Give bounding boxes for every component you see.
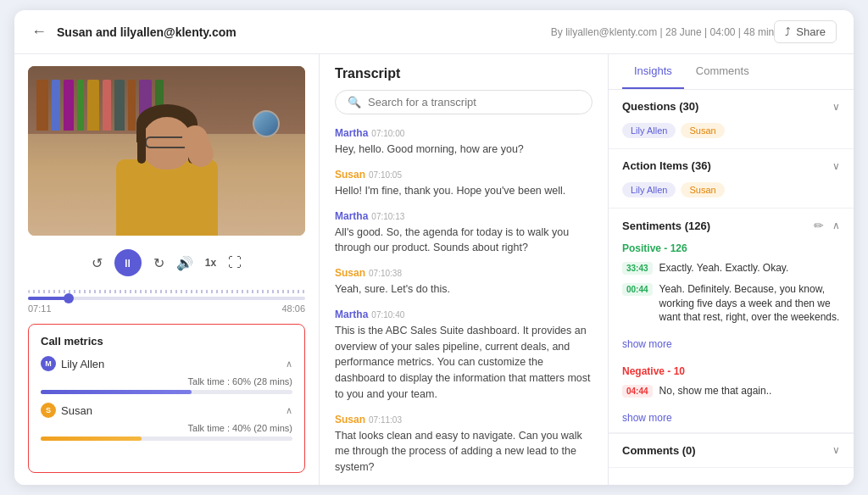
action-tag-susan[interactable]: Susan bbox=[681, 182, 724, 197]
questions-tag-susan[interactable]: Susan bbox=[681, 123, 724, 138]
metric-person-lily: M Lily Allen ∧ Talk time : 60% (28 mins) bbox=[41, 356, 292, 394]
pause-icon: ⏸ bbox=[122, 257, 133, 270]
action-items-title: Action Items (36) bbox=[622, 159, 711, 172]
call-metrics-title: Call metrics bbox=[41, 335, 292, 348]
msg-speaker: Martha bbox=[335, 210, 368, 222]
transcript-message: Martha07:10:40This is the ABC Sales Suit… bbox=[335, 306, 593, 403]
transcript-message: Martha07:10:00Hey, hello. Good morning, … bbox=[335, 125, 593, 158]
page-title: Susan and lilyallen@klenty.com bbox=[57, 25, 542, 39]
back-button[interactable]: ← bbox=[31, 23, 47, 41]
msg-text: That looks clean and easy to navigate. C… bbox=[335, 428, 593, 474]
comments-title: Comments (0) bbox=[622, 444, 696, 457]
msg-time: 07:11:03 bbox=[369, 415, 402, 425]
progress-area: 07:11 48:06 bbox=[28, 290, 305, 314]
search-input[interactable] bbox=[368, 96, 580, 108]
questions-tags: Lily Allen Susan bbox=[609, 123, 854, 148]
transcript-message: Susan07:11:03That looks clean and easy t… bbox=[335, 411, 593, 474]
share-label: Share bbox=[796, 25, 826, 38]
positive-group: Positive - 126 33:43 Exactly. Yeah. Exac… bbox=[609, 242, 854, 338]
comments-header[interactable]: Comments (0) ∨ bbox=[609, 433, 854, 467]
comments-section: Comments (0) ∨ bbox=[609, 433, 854, 468]
msg-text: This is the ABC Sales Suite dashboard. I… bbox=[335, 323, 593, 403]
action-items-chevron: ∨ bbox=[832, 160, 840, 172]
metric-talktime-lily: Talk time : 60% (28 mins) bbox=[41, 376, 292, 387]
video-player[interactable] bbox=[28, 66, 305, 236]
sentiment-time-2: 00:44 bbox=[622, 283, 653, 296]
msg-time: 07:10:13 bbox=[371, 212, 404, 221]
rewind-button[interactable]: ↺ bbox=[92, 255, 103, 271]
total-time: 48:06 bbox=[281, 303, 305, 314]
fullscreen-button[interactable]: ⛶ bbox=[228, 255, 242, 270]
header: ← Susan and lilyallen@klenty.com By lily… bbox=[14, 10, 854, 54]
questions-header[interactable]: Questions (30) ∨ bbox=[609, 90, 854, 123]
positive-label: Positive - 126 bbox=[622, 242, 840, 254]
search-icon: 🔍 bbox=[348, 96, 361, 108]
msg-time: 07:10:00 bbox=[371, 129, 404, 138]
sentiment-text-neg-1: No, show me that again.. bbox=[659, 384, 772, 398]
sentiments-chevron[interactable]: ∧ bbox=[832, 220, 840, 231]
show-more-positive[interactable]: show more bbox=[609, 338, 854, 359]
transcript-message: Susan07:10:05Hello! I'm fine, thank you.… bbox=[335, 166, 593, 199]
transcript-message: Susan07:10:38Yeah, sure. Let's do this. bbox=[335, 264, 593, 298]
right-panel: Insights Comments Questions (30) ∨ Lily … bbox=[608, 54, 854, 485]
play-pause-button[interactable]: ⏸ bbox=[114, 249, 142, 276]
msg-speaker: Martha bbox=[335, 309, 368, 320]
action-items-header[interactable]: Action Items (36) ∨ bbox=[609, 149, 854, 182]
negative-group: Negative - 10 04:44 No, show me that aga… bbox=[609, 365, 854, 412]
share-button[interactable]: ⤴ Share bbox=[774, 20, 837, 43]
share-icon: ⤴ bbox=[785, 25, 791, 38]
right-tabs: Insights Comments bbox=[609, 54, 854, 90]
metric-person-susan: S Susan ∧ Talk time : 40% (20 mins) bbox=[41, 403, 292, 441]
speed-control[interactable]: 1x bbox=[205, 257, 216, 269]
transcript-messages: Martha07:10:00Hey, hello. Good morning, … bbox=[335, 125, 593, 473]
action-tag-lily[interactable]: Lily Allen bbox=[622, 182, 676, 197]
progress-track[interactable] bbox=[28, 297, 305, 300]
sentiment-text-2: Yeah. Definitely. Because, you know, wor… bbox=[659, 282, 840, 325]
edit-icon[interactable]: ✏ bbox=[814, 219, 824, 232]
sentiments-actions: ✏ ∧ bbox=[814, 219, 840, 232]
tab-comments[interactable]: Comments bbox=[684, 54, 761, 89]
msg-text: All's good. So, the agenda for today is … bbox=[335, 225, 593, 257]
metric-name-lily: Lily Allen bbox=[61, 358, 104, 370]
forward-button[interactable]: ↻ bbox=[153, 255, 164, 271]
metric-chevron-susan[interactable]: ∧ bbox=[286, 405, 292, 416]
comments-chevron: ∨ bbox=[832, 444, 840, 456]
questions-section: Questions (30) ∨ Lily Allen Susan bbox=[609, 90, 854, 149]
sentiments-header: Sentiments (126) ✏ ∧ bbox=[609, 209, 854, 242]
questions-title: Questions (30) bbox=[622, 100, 698, 113]
search-box[interactable]: 🔍 bbox=[335, 90, 593, 114]
avatar-lily: M bbox=[41, 356, 56, 371]
show-more-negative[interactable]: show more bbox=[609, 412, 854, 432]
questions-tag-lily[interactable]: Lily Allen bbox=[622, 123, 676, 138]
msg-speaker: Susan bbox=[335, 414, 365, 425]
volume-button[interactable]: 🔊 bbox=[176, 255, 193, 271]
msg-speaker: Susan bbox=[335, 169, 365, 181]
video-controls: ↺ ⏸ ↻ 🔊 1x ⛶ bbox=[28, 246, 305, 280]
msg-time: 07:10:05 bbox=[369, 170, 402, 180]
transcript-message: Martha07:10:13All's good. So, the agenda… bbox=[335, 208, 593, 257]
right-content: Questions (30) ∨ Lily Allen Susan Action… bbox=[609, 90, 854, 485]
header-meta: By lilyallen@klenty.com | 28 June | 04:0… bbox=[551, 26, 774, 38]
metric-name-susan: Susan bbox=[61, 404, 92, 417]
sentiments-title: Sentiments (126) bbox=[622, 220, 710, 232]
sentiment-text-1: Exactly. Yeah. Exactly. Okay. bbox=[659, 261, 789, 275]
left-panel: ↺ ⏸ ↻ 🔊 1x ⛶ 07:11 48:06 bbox=[14, 54, 320, 485]
msg-speaker: Susan bbox=[335, 267, 365, 279]
action-items-section: Action Items (36) ∨ Lily Allen Susan bbox=[609, 149, 854, 209]
transcript-title: Transcript bbox=[335, 66, 593, 81]
msg-text: Hey, hello. Good morning, how are you? bbox=[335, 142, 593, 158]
sentiment-item-positive-2: 00:44 Yeah. Definitely. Because, you kno… bbox=[622, 282, 840, 325]
negative-label: Negative - 10 bbox=[622, 365, 840, 377]
main-content: ↺ ⏸ ↻ 🔊 1x ⛶ 07:11 48:06 bbox=[14, 54, 854, 485]
msg-text: Hello! I'm fine, thank you. Hope you've … bbox=[335, 183, 593, 199]
metric-chevron-lily[interactable]: ∧ bbox=[286, 359, 292, 370]
app-container: ← Susan and lilyallen@klenty.com By lily… bbox=[14, 10, 854, 485]
middle-panel: Transcript 🔍 Martha07:10:00Hey, hello. G… bbox=[320, 54, 608, 485]
sentiment-time-neg-1: 04:44 bbox=[622, 385, 653, 398]
metric-bar-fill-lily bbox=[41, 390, 192, 394]
sentiment-item-negative-1: 04:44 No, show me that again.. bbox=[622, 384, 840, 398]
tab-insights[interactable]: Insights bbox=[622, 54, 684, 89]
action-items-tags: Lily Allen Susan bbox=[609, 182, 854, 208]
sentiments-section: Sentiments (126) ✏ ∧ Positive - 126 33:4… bbox=[609, 209, 854, 433]
metric-bar-fill-susan bbox=[41, 437, 142, 441]
